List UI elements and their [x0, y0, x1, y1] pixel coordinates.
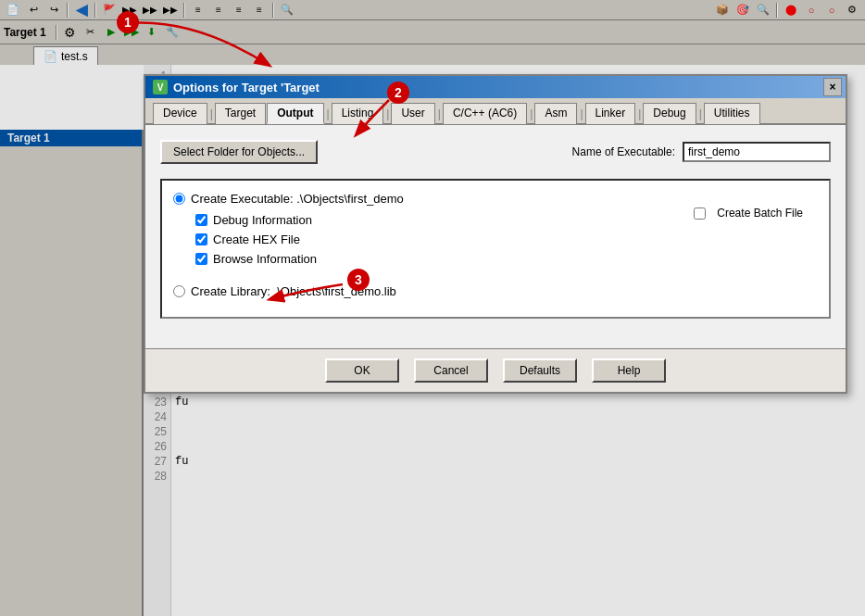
- row-top: Select Folder for Objects... Name of Exe…: [160, 140, 831, 164]
- options-dialog: V Options for Target 'Target × Device | …: [144, 74, 847, 394]
- step-2-marker: 2: [387, 82, 409, 104]
- tab-listing[interactable]: Listing: [332, 103, 384, 124]
- dialog-title: Options for Target 'Target: [173, 81, 320, 94]
- tab-output[interactable]: Output: [267, 103, 323, 124]
- tab-asm[interactable]: Asm: [534, 103, 577, 124]
- create-library-radio[interactable]: [173, 285, 185, 297]
- dialog-titlebar: V Options for Target 'Target ×: [145, 76, 846, 98]
- tab-debug[interactable]: Debug: [643, 103, 696, 124]
- create-batch-label: Create Batch File: [717, 207, 803, 220]
- name-executable-label: Name of Executable:: [572, 145, 675, 158]
- help-button[interactable]: Help: [592, 358, 666, 383]
- step-1-marker: 1: [117, 11, 139, 33]
- create-executable-row: Create Executable: .\Objects\first_demo: [173, 192, 818, 206]
- create-hex-label: Create HEX File: [213, 233, 300, 246]
- debug-info-label: Debug Information: [213, 213, 312, 227]
- create-batch-area: Create Batch File: [694, 207, 803, 220]
- dialog-close-button[interactable]: ×: [823, 78, 842, 96]
- create-batch-checkbox[interactable]: [694, 207, 706, 220]
- browse-info-label: Browse Information: [213, 252, 317, 266]
- spacer: [173, 271, 818, 284]
- create-executable-label: Create Executable: .\Objects\first_demo: [191, 192, 404, 206]
- dialog-tabs: Device | Target Output | Listing | User …: [145, 98, 846, 125]
- create-executable-radio[interactable]: [173, 193, 185, 205]
- tab-cpp-ac6[interactable]: C/C++ (AC6): [443, 103, 527, 124]
- tab-linker[interactable]: Linker: [585, 103, 636, 124]
- dialog-app-icon: V: [153, 80, 168, 94]
- browse-info-row: Browse Information: [195, 252, 818, 266]
- dialog-footer: OK Cancel Defaults Help: [145, 348, 846, 392]
- tab-device[interactable]: Device: [153, 103, 207, 124]
- dialog-body: Select Folder for Objects... Name of Exe…: [145, 125, 846, 348]
- create-hex-row: Create HEX File: [195, 233, 818, 246]
- ok-button[interactable]: OK: [325, 358, 399, 383]
- defaults-button[interactable]: Defaults: [503, 358, 577, 383]
- tab-target[interactable]: Target: [215, 103, 266, 124]
- tab-utilities[interactable]: Utilities: [704, 103, 760, 124]
- select-folder-button[interactable]: Select Folder for Objects...: [160, 140, 318, 164]
- create-library-row: Create Library: .\Objects\first_demo.lib: [173, 284, 818, 298]
- step-3-marker: 3: [347, 269, 370, 291]
- name-executable-input[interactable]: [683, 142, 831, 162]
- content-box: Create Batch File Create Executable: .\O…: [160, 179, 831, 319]
- browse-info-checkbox[interactable]: [195, 253, 207, 265]
- debug-info-checkbox[interactable]: [195, 214, 207, 226]
- tab-user[interactable]: User: [391, 103, 434, 124]
- create-hex-checkbox[interactable]: [195, 233, 207, 245]
- cancel-button[interactable]: Cancel: [414, 358, 488, 383]
